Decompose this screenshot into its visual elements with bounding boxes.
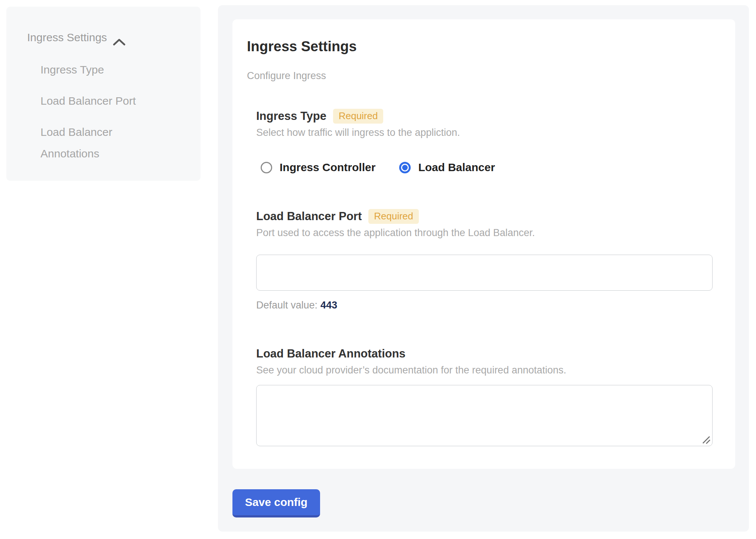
field-load-balancer-annotations-label: Load Balancer Annotations <box>256 346 405 362</box>
load-balancer-annotations-textarea[interactable] <box>256 385 713 446</box>
field-load-balancer-annotations-description: See your cloud provider’s documentation … <box>256 364 713 376</box>
settings-sidebar: Ingress Settings Ingress Type Load Balan… <box>6 7 201 181</box>
field-load-balancer-annotations-heading: Load Balancer Annotations <box>256 346 713 362</box>
required-badge: Required <box>333 109 384 124</box>
radio-label-load-balancer: Load Balancer <box>418 161 495 174</box>
default-value: 443 <box>320 300 337 311</box>
radio-option-load-balancer[interactable]: Load Balancer <box>399 161 495 174</box>
field-load-balancer-port: Load Balancer Port Required Port used to… <box>256 209 713 311</box>
ingress-settings-panel: Ingress Settings Configure Ingress Ingre… <box>218 5 749 532</box>
radio-unselected-icon[interactable] <box>261 162 272 173</box>
annotations-textarea-wrap <box>256 385 713 446</box>
radio-label-ingress-controller: Ingress Controller <box>280 161 375 174</box>
radio-option-ingress-controller[interactable]: Ingress Controller <box>261 161 375 174</box>
radio-selected-icon[interactable] <box>399 162 411 173</box>
field-ingress-type-label: Ingress Type <box>256 108 326 124</box>
sidebar-item-load-balancer-annotations[interactable]: Load Balancer Annotations <box>40 121 159 164</box>
sidebar-group-label: Ingress Settings <box>27 29 107 46</box>
sidebar-sub-items: Ingress Type Load Balancer Port Load Bal… <box>40 59 159 164</box>
field-ingress-type: Ingress Type Required Select how traffic… <box>256 108 713 174</box>
field-load-balancer-port-heading: Load Balancer Port Required <box>256 209 713 224</box>
sidebar-item-ingress-type[interactable]: Ingress Type <box>40 59 159 81</box>
field-ingress-type-description: Select how traffic will ingress to the a… <box>256 127 713 139</box>
sidebar-item-load-balancer-port[interactable]: Load Balancer Port <box>40 90 159 112</box>
chevron-up-icon <box>113 34 126 42</box>
save-config-button[interactable]: Save config <box>232 489 320 517</box>
field-load-balancer-port-label: Load Balancer Port <box>256 209 362 224</box>
page-title: Ingress Settings <box>247 38 713 55</box>
field-load-balancer-annotations: Load Balancer Annotations See your cloud… <box>256 346 713 446</box>
required-badge: Required <box>368 209 419 224</box>
default-value-prefix: Default value: <box>256 300 317 311</box>
load-balancer-port-input[interactable] <box>256 255 713 291</box>
resize-handle-icon[interactable] <box>701 435 711 444</box>
field-load-balancer-port-description: Port used to access the application thro… <box>256 227 713 239</box>
page-subtitle: Configure Ingress <box>247 70 713 82</box>
form-fields: Ingress Type Required Select how traffic… <box>256 108 713 446</box>
ingress-type-radio-group: Ingress Controller Load Balancer <box>256 161 713 174</box>
ingress-settings-card: Ingress Settings Configure Ingress Ingre… <box>232 19 735 469</box>
field-ingress-type-heading: Ingress Type Required <box>256 108 713 124</box>
sidebar-group-ingress-settings[interactable]: Ingress Settings <box>27 29 189 46</box>
default-value-row: Default value:443 <box>256 299 713 311</box>
